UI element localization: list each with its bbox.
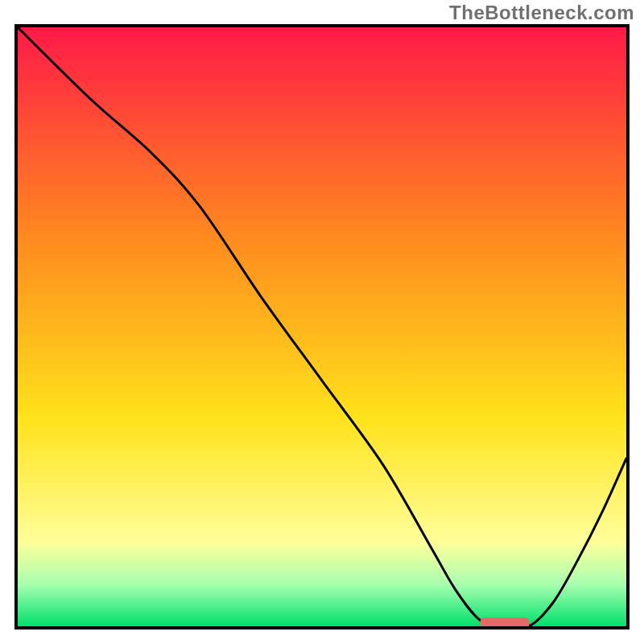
chart-stage: TheBottleneck.com	[0, 0, 644, 644]
plot-frame	[14, 24, 630, 630]
svg-rect-1	[481, 618, 529, 626]
plot-area	[18, 27, 626, 626]
watermark-text: TheBottleneck.com	[449, 2, 634, 24]
optimum-marker	[18, 27, 626, 626]
